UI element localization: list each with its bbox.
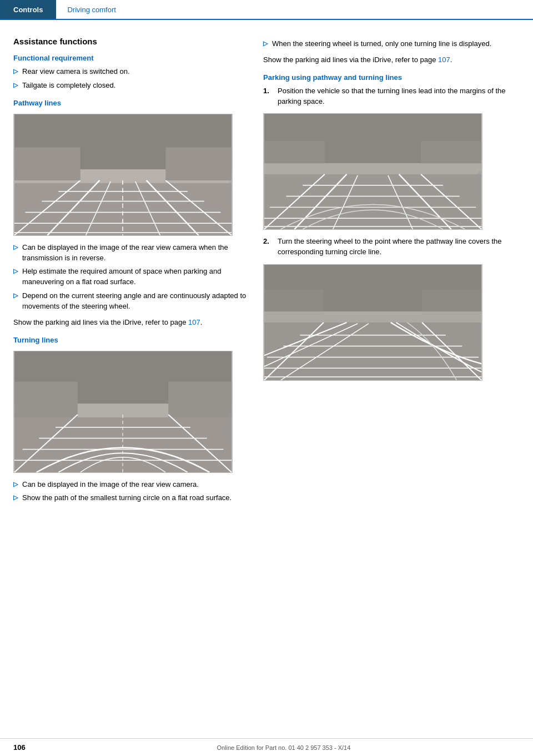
page-title: Assistance functions — [13, 37, 247, 46]
svg-marker-20 — [14, 415, 232, 472]
bullet-arrow-icon: ▷ — [13, 291, 18, 312]
step-text: Turn the steering wheel to the point whe… — [278, 236, 520, 258]
controls-label: Controls — [13, 6, 43, 14]
list-item: 2. Turn the steering wheel to the point … — [263, 236, 520, 258]
step-number: 1. — [263, 86, 272, 107]
bullet-text: Rear view camera is switched on. — [22, 67, 130, 77]
svg-rect-16 — [14, 147, 81, 180]
page-number: 106 — [13, 743, 26, 752]
bullet-text: Help estimate the required amount of spa… — [22, 266, 247, 288]
svg-text:3PKC7DB3BVMA: 3PKC7DB3BVMA — [478, 172, 482, 202]
right-column: ▷ When the steering wheel is turned, onl… — [263, 37, 520, 507]
bullet-arrow-icon: ▷ — [263, 39, 268, 49]
svg-rect-17 — [165, 147, 232, 180]
list-item: ▷ When the steering wheel is turned, onl… — [263, 39, 520, 49]
refer-text-2: Show the parking aid lines via the iDriv… — [263, 55, 520, 65]
svg-rect-24 — [168, 381, 232, 417]
turning-lines-image: 3PKCSGRE80VMА — [13, 351, 233, 473]
svg-text:3PKCSGRE80VMА: 3PKCSGRE80VMА — [228, 412, 232, 446]
footer-text: Online Edition for Part no. 01 40 2 957 … — [48, 744, 520, 751]
page-link-2[interactable]: 107 — [438, 56, 450, 64]
parking-title: Parking using pathway and turning lines — [263, 73, 520, 82]
bullet-arrow-icon: ▷ — [13, 243, 18, 264]
bullet-arrow-icon: ▷ — [13, 480, 18, 490]
bullet-text: Can be displayed in the image of the rea… — [22, 480, 199, 490]
list-item: ▷ Rear view camera is switched on. — [13, 67, 247, 77]
parking-image-1: 3PKC7DB3BVMA — [263, 113, 482, 230]
list-item: ▷ Depend on the current steering angle a… — [13, 291, 247, 312]
bullet-text: Depend on the current steering angle and… — [22, 291, 247, 312]
bullet-text: Tailgate is completely closed. — [22, 80, 115, 91]
left-column: Assistance functions Functional requirem… — [13, 37, 247, 507]
tab-controls[interactable]: Controls — [0, 0, 56, 19]
svg-rect-55 — [264, 311, 481, 322]
list-item: ▷ Tailgate is completely closed. — [13, 80, 247, 91]
bullet-arrow-icon: ▷ — [13, 81, 18, 91]
pathway-lines-image: 3PKC5GE80VMA — [13, 114, 233, 236]
driving-comfort-label: Driving comfort — [67, 6, 115, 14]
step-text: Position the vehicle so that the turning… — [278, 86, 520, 107]
turning-lines-title: Turning lines — [13, 336, 247, 344]
pathway-lines-title: Pathway lines — [13, 99, 247, 107]
svg-rect-23 — [14, 381, 78, 417]
svg-rect-37 — [264, 164, 481, 175]
step-number: 2. — [263, 236, 272, 258]
list-item: ▷ Show the path of the smallest turning … — [13, 493, 247, 503]
refer-text-1: Show the parking aid lines via the iDriv… — [13, 317, 247, 328]
bullet-text: Can be displayed in the image of the rea… — [22, 243, 247, 264]
bullet-arrow-icon: ▷ — [13, 67, 18, 77]
bullet-arrow-icon: ▷ — [13, 267, 18, 288]
list-item: ▷ Can be displayed in the image of the r… — [13, 480, 247, 490]
functional-req-title: Functional requirement — [13, 54, 247, 62]
bullet-text: Show the path of the smallest turning ci… — [22, 493, 232, 503]
bullet-text: When the steering wheel is turned, only … — [272, 39, 491, 49]
page-link-1[interactable]: 107 — [188, 318, 200, 326]
tab-driving-comfort[interactable]: Driving comfort — [56, 0, 127, 19]
svg-text:3PKC8DB3BVMA: 3PKC8DB3BVMA — [478, 322, 482, 353]
page-footer: 106 Online Edition for Part no. 01 40 2 … — [0, 738, 533, 756]
list-item: ▷ Help estimate the required amount of s… — [13, 266, 247, 288]
main-content: Assistance functions Functional requirem… — [0, 20, 533, 518]
parking-image-2: 3PKC8DB3BVMA — [263, 264, 482, 381]
list-item: ▷ Can be displayed in the image of the r… — [13, 243, 247, 264]
page-header: Controls Driving comfort — [0, 0, 533, 20]
bullet-arrow-icon: ▷ — [13, 493, 18, 503]
list-item: 1. Position the vehicle so that the turn… — [263, 86, 520, 107]
svg-text:3PKC5GE80VMA: 3PKC5GE80VMA — [228, 175, 232, 205]
